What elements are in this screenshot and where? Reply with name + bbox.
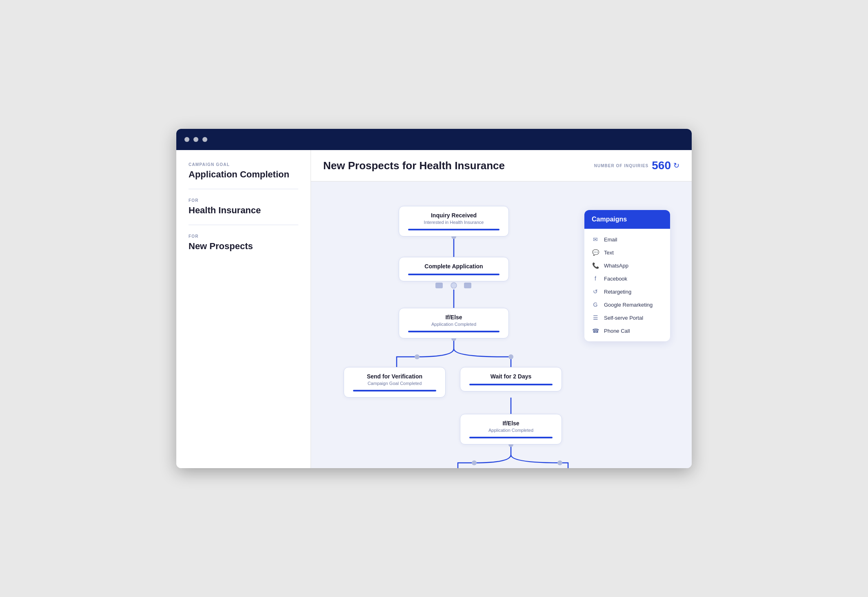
svg-point-13	[557, 460, 562, 465]
campaign-item-text[interactable]: 💬 Text	[584, 246, 670, 259]
campaigns-header: Campaigns	[584, 210, 670, 229]
titlebar	[176, 129, 692, 150]
svg-point-15	[451, 283, 457, 288]
campaign-icon-1: 💬	[592, 249, 599, 256]
campaign-item-whatsapp[interactable]: 📞 WhatsApp	[584, 259, 670, 272]
ifelse2-title: If/Else	[469, 420, 553, 427]
complete-app-connector	[408, 274, 499, 275]
ifelse2-connector	[469, 437, 553, 438]
campaign-item-retargeting[interactable]: ↺ Retargeting	[584, 285, 670, 298]
svg-point-12	[472, 460, 477, 465]
campaign-item-facebook[interactable]: f Facebook	[584, 272, 670, 285]
campaign-icon-2: 📞	[592, 262, 599, 269]
page-title: New Prospects for Health Insurance	[323, 159, 594, 172]
sidebar: CAMPAIGN GOAL Application Completion FOR…	[176, 150, 311, 468]
campaign-label-6: Self-serve Portal	[604, 315, 643, 321]
campaign-goal-value: Application Completion	[189, 169, 298, 180]
campaign-icon-0: ✉	[592, 236, 599, 243]
node-ifelse1[interactable]: If/Else Application Completed	[399, 308, 509, 338]
for-value-health: Health Insurance	[189, 205, 298, 216]
campaigns-list: ✉ Email💬 Text📞 WhatsAppf Facebook↺ Retar…	[584, 229, 670, 341]
ifelse1-title: If/Else	[408, 314, 499, 321]
inquiry-connector	[408, 229, 499, 230]
campaign-icon-4: ↺	[592, 288, 599, 295]
campaigns-panel: Campaigns ✉ Email💬 Text📞 WhatsAppf Faceb…	[584, 210, 670, 341]
campaign-item-google-remarketing[interactable]: G Google Remarketing	[584, 298, 670, 311]
sidebar-campaign-goal: CAMPAIGN GOAL Application Completion	[189, 162, 298, 189]
inquiry-subtitle: Interested in Health Insurance	[408, 220, 499, 225]
window-dot-3	[202, 137, 207, 142]
campaign-label-1: Text	[604, 250, 614, 256]
main-header: New Prospects for Health Insurance NUMBE…	[311, 150, 692, 181]
ifelse2-subtitle: Application Completed	[469, 428, 553, 433]
main-content: CAMPAIGN GOAL Application Completion FOR…	[176, 150, 692, 468]
send-verify-1-title: Send for Verification	[353, 373, 436, 380]
complete-app-title: Complete Application	[408, 263, 499, 270]
inquiries-label: NUMBER OF INQUIRIES	[594, 164, 648, 168]
wait2days-title: Wait for 2 Days	[469, 373, 553, 380]
campaign-item-phone-call[interactable]: ☎ Phone Call	[584, 324, 670, 337]
ifelse1-subtitle: Application Completed	[408, 322, 499, 327]
send-verify-1-subtitle: Campaign Goal Completed	[353, 381, 436, 386]
node-wait2days[interactable]: Wait for 2 Days	[460, 367, 562, 391]
inquiries-count: 560	[652, 159, 671, 172]
refresh-icon[interactable]: ↻	[673, 161, 679, 170]
campaign-label-3: Facebook	[604, 276, 627, 282]
svg-rect-14	[435, 283, 443, 288]
sidebar-for-prospects: FOR New Prospects	[189, 234, 298, 261]
wait2days-connector	[469, 384, 553, 385]
node-send-verify-1[interactable]: Send for Verification Campaign Goal Comp…	[344, 367, 446, 398]
app-window: CAMPAIGN GOAL Application Completion FOR…	[176, 129, 692, 468]
campaign-label-7: Phone Call	[604, 328, 630, 334]
svg-rect-16	[464, 283, 471, 288]
for-value-prospects: New Prospects	[189, 241, 298, 252]
main-panel: New Prospects for Health Insurance NUMBE…	[311, 150, 692, 468]
node-ifelse2[interactable]: If/Else Application Completed	[460, 414, 562, 444]
campaign-label-0: Email	[604, 237, 617, 243]
window-dot-2	[193, 137, 198, 142]
campaign-icon-5: G	[592, 301, 599, 308]
campaign-icon-3: f	[592, 275, 599, 282]
campaign-icon-6: ☰	[592, 314, 599, 321]
campaign-label-2: WhatsApp	[604, 263, 628, 269]
send-verify-1-connector	[353, 390, 436, 391]
for-label-2: FOR	[189, 234, 298, 239]
node-inquiry[interactable]: Inquiry Received Interested in Health In…	[399, 206, 509, 237]
svg-point-10	[508, 354, 513, 359]
campaign-goal-label: CAMPAIGN GOAL	[189, 162, 298, 167]
campaign-icon-7: ☎	[592, 327, 599, 334]
campaign-label-5: Google Remarketing	[604, 302, 653, 308]
sidebar-for-health: FOR Health Insurance	[189, 198, 298, 225]
svg-point-9	[415, 354, 420, 359]
window-dot-1	[184, 137, 189, 142]
campaign-item-self-serve-portal[interactable]: ☰ Self-serve Portal	[584, 311, 670, 324]
node-complete-app[interactable]: Complete Application	[399, 257, 509, 281]
for-label-1: FOR	[189, 198, 298, 203]
campaign-label-4: Retargeting	[604, 289, 631, 295]
inquiry-title: Inquiry Received	[408, 212, 499, 219]
ifelse1-connector	[408, 331, 499, 332]
campaign-item-email[interactable]: ✉ Email	[584, 233, 670, 246]
flow-diagram: Inquiry Received Interested in Health In…	[327, 194, 682, 468]
flow-canvas: Inquiry Received Interested in Health In…	[311, 181, 692, 468]
